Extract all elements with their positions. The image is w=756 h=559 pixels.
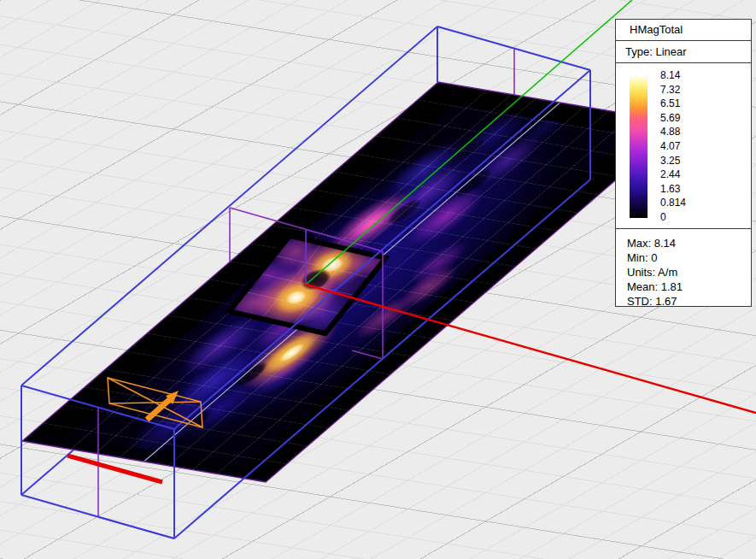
colorbar-tick: 5.69 — [660, 111, 686, 125]
viewport-background-grid: HMagTotal Type: Linear 8.14 7.32 6.51 5.… — [0, 0, 756, 559]
stat-mean: Mean: 1.81 — [627, 280, 751, 294]
colorbar-gradient — [630, 75, 648, 218]
stat-max: Max: 8.14 — [627, 236, 751, 250]
colorbar-tick: 8.14 — [660, 68, 686, 82]
stat-min: Min: 0 — [627, 250, 751, 265]
colorbar-tick: 4.07 — [660, 139, 686, 153]
colorbar-tick: 0 — [660, 210, 686, 224]
legend-scale-type: Type: Linear — [616, 41, 751, 63]
colorbar-tick: 4.88 — [660, 125, 686, 138]
legend-stats: Max: 8.14 Min: 0 Units: A/m Mean: 1.81 S… — [616, 229, 751, 309]
legend-panel[interactable]: HMagTotal Type: Linear 8.14 7.32 6.51 5.… — [615, 19, 752, 307]
legend-colorbar-section: 8.14 7.32 6.51 5.69 4.88 4.07 3.25 2.44 … — [616, 63, 751, 229]
colorbar-tick: 3.25 — [660, 154, 686, 168]
colorbar-tick: 0.814 — [660, 196, 686, 209]
colorbar-tick: 6.51 — [660, 97, 686, 110]
colorbar-tick: 1.63 — [660, 182, 686, 196]
colorbar-tick: 7.32 — [660, 83, 686, 97]
colorbar-tick-labels: 8.14 7.32 6.51 5.69 4.88 4.07 3.25 2.44 … — [660, 68, 686, 224]
colorbar-tick: 2.44 — [660, 168, 686, 181]
stat-units: Units: A/m — [627, 265, 751, 280]
stat-std: STD: 1.67 — [627, 294, 751, 309]
legend-title: HMagTotal — [616, 20, 751, 41]
